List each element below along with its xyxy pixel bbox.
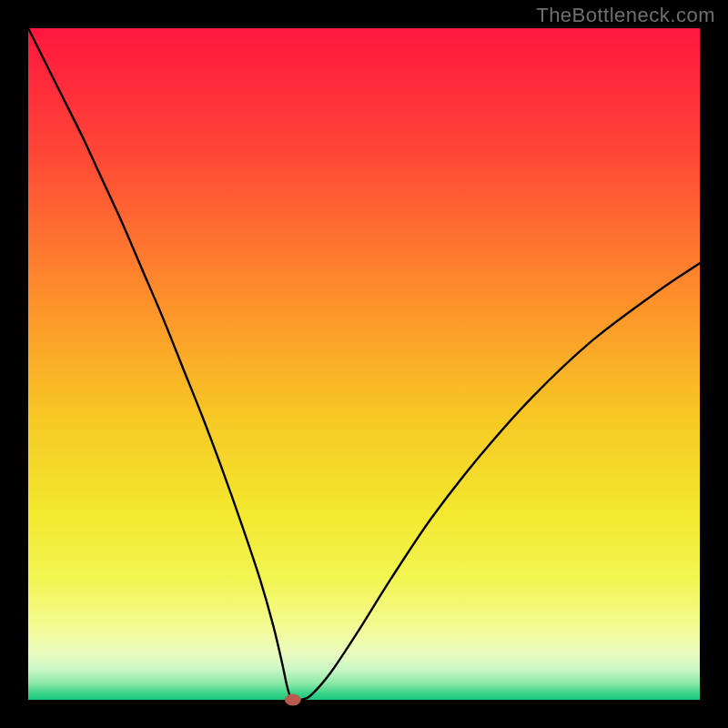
bottleneck-plot	[0, 0, 728, 728]
plot-background	[28, 28, 700, 700]
watermark-text: TheBottleneck.com	[536, 4, 715, 27]
chart-frame: TheBottleneck.com	[0, 0, 728, 728]
optimal-point-marker	[285, 694, 301, 706]
